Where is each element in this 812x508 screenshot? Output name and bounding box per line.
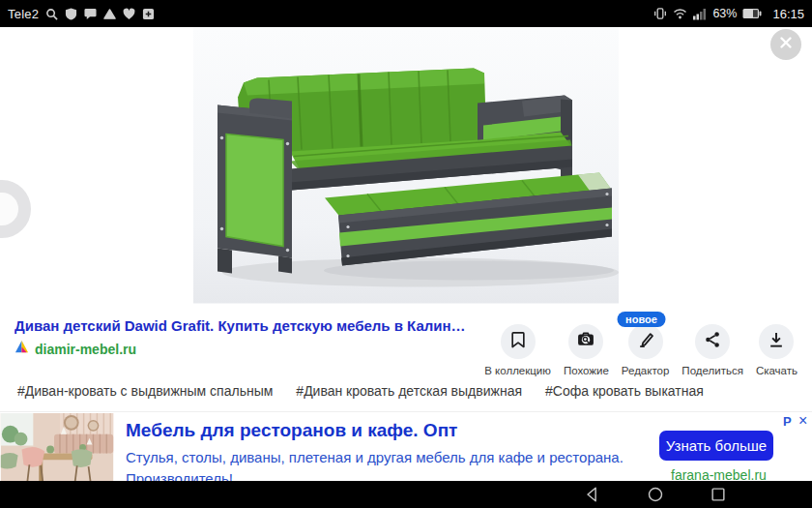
download-icon bbox=[767, 330, 786, 353]
camera-search-icon bbox=[576, 330, 595, 353]
android-screen: Tele2 bbox=[0, 0, 812, 508]
ad-cta-button[interactable]: Узнать больше bbox=[659, 431, 773, 461]
share-icon bbox=[703, 330, 722, 353]
hashtag-chip[interactable]: #Диван кровать детская выдвижная bbox=[296, 383, 522, 399]
hashtag-chip[interactable]: #Софа кровать выкатная bbox=[545, 383, 704, 399]
editor-button[interactable]: новое Редактор bbox=[622, 324, 670, 376]
carrier-label: Tele2 bbox=[8, 7, 39, 21]
android-nav-bar bbox=[0, 481, 812, 508]
shield-icon bbox=[65, 8, 77, 20]
battery-percent: 63% bbox=[712, 7, 737, 20]
home-icon[interactable] bbox=[647, 486, 664, 507]
similar-button[interactable]: Похожие bbox=[564, 324, 609, 376]
heart-icon bbox=[123, 8, 135, 20]
collection-button[interactable]: В коллекцию bbox=[484, 324, 551, 376]
back-icon[interactable] bbox=[584, 486, 601, 507]
site-favicon-icon bbox=[14, 340, 29, 358]
signal-icon bbox=[693, 8, 707, 20]
triangle-icon bbox=[103, 8, 116, 20]
close-viewer-button[interactable] bbox=[770, 29, 801, 60]
action-label: Поделиться bbox=[682, 365, 743, 376]
action-label: Редактор bbox=[622, 365, 670, 376]
image-viewer[interactable] bbox=[193, 27, 619, 304]
search-icon bbox=[45, 8, 58, 20]
ad-close-button[interactable]: × bbox=[798, 412, 807, 430]
share-button[interactable]: Поделиться bbox=[682, 324, 743, 376]
ad-description-line2: Производитель! bbox=[126, 470, 233, 481]
ad-marker[interactable]: Р bbox=[783, 414, 792, 429]
source-domain: diamir-mebel.ru bbox=[35, 342, 136, 357]
wifi-icon bbox=[673, 8, 687, 19]
pencil-icon bbox=[636, 330, 655, 353]
hashtag-row: #Диван-кровать с выдвижным спальным #Див… bbox=[17, 383, 704, 399]
recents-icon[interactable] bbox=[710, 486, 727, 507]
action-bar: В коллекцию Похожие новое Редактор bbox=[484, 324, 798, 376]
previous-image-button[interactable] bbox=[0, 180, 31, 238]
action-label: В коллекцию bbox=[484, 365, 551, 376]
source-link[interactable]: diamir-mebel.ru bbox=[14, 340, 136, 358]
ad-domain-link[interactable]: farana-mebel.ru bbox=[671, 467, 767, 481]
clock-label: 16:15 bbox=[772, 7, 804, 21]
action-label: Похожие bbox=[564, 365, 609, 376]
download-button[interactable]: Скачать bbox=[756, 324, 798, 376]
chat-icon bbox=[84, 8, 97, 20]
action-label: Скачать bbox=[756, 365, 798, 376]
ad-photo bbox=[0, 413, 114, 481]
close-icon bbox=[779, 36, 793, 53]
vibrate-icon bbox=[653, 7, 667, 20]
sofa-image bbox=[193, 27, 619, 304]
battery-icon bbox=[742, 8, 762, 19]
bookmark-icon bbox=[508, 330, 528, 353]
add-box-icon bbox=[142, 8, 155, 20]
status-bar: Tele2 bbox=[0, 0, 812, 27]
hashtag-chip[interactable]: #Диван-кровать с выдвижным спальным bbox=[17, 383, 273, 399]
ad-description: Стулья, столы, диваны, плетеная и другая… bbox=[126, 449, 624, 465]
ad-title[interactable]: Мебель для ресторанов и кафе. Опт bbox=[126, 420, 457, 441]
new-badge: новое bbox=[617, 312, 666, 327]
ad-banner[interactable]: Мебель для ресторанов и кафе. Опт Стулья… bbox=[0, 411, 812, 481]
result-title-link[interactable]: Диван детский Dawid Grafit. Купить детск… bbox=[14, 317, 503, 334]
